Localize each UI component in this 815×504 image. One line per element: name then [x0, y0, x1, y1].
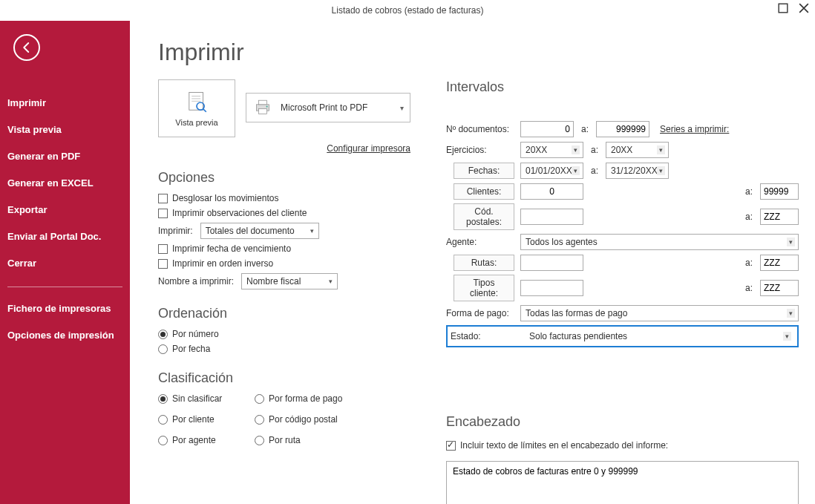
- sidebar-label: Exportar: [7, 204, 47, 215]
- label-c4: Por agente: [172, 435, 216, 445]
- sidebar-separator: [7, 287, 122, 287]
- input-rutas-to[interactable]: [760, 255, 799, 271]
- sidebar-item-imprimir[interactable]: Imprimir: [0, 89, 130, 116]
- sidebar-item-fichero[interactable]: Fichero de impresoras: [0, 295, 130, 321]
- input-codpost-from[interactable]: [520, 209, 583, 225]
- input-tipos-to[interactable]: [760, 280, 799, 296]
- series-link[interactable]: Series a imprimir:: [660, 124, 729, 134]
- dd-value: Todas las formas de pago: [526, 308, 627, 318]
- radio-por-codigo-postal[interactable]: [255, 415, 264, 425]
- sidebar-label: Opciones de impresión: [7, 330, 114, 341]
- label-c1: Por forma de pago: [269, 393, 342, 404]
- sidebar-label: Vista previa: [7, 124, 62, 135]
- section-intervalos: Intervalos: [446, 79, 799, 95]
- svg-line-6: [203, 109, 206, 112]
- sidebar-label: Fichero de impresoras: [7, 303, 111, 314]
- sidebar-item-opciones[interactable]: Opciones de impresión: [0, 321, 130, 348]
- label-a: a:: [744, 258, 754, 268]
- radio-por-numero[interactable]: [158, 330, 168, 339]
- dd-value: Todos los agentes: [526, 237, 598, 247]
- dd-value: 01/01/20XX: [526, 166, 572, 176]
- label-agente: Agente:: [446, 237, 514, 247]
- window-title: Listado de cobros (estado de facturas): [332, 5, 484, 16]
- sidebar-item-portal[interactable]: Enviar al Portal Doc.: [0, 223, 130, 249]
- input-ndoc-to[interactable]: [596, 121, 649, 137]
- button-clientes[interactable]: Clientes:: [454, 183, 514, 200]
- textarea-encabezado[interactable]: [446, 461, 799, 504]
- printer-selector[interactable]: Microsoft Print to PDF ▾: [246, 93, 410, 122]
- select-ejerc-from[interactable]: 20XX▾: [520, 142, 583, 158]
- checkbox-incluir-limites[interactable]: [446, 441, 456, 451]
- input-clientes-from[interactable]: [520, 183, 583, 200]
- button-codpost[interactable]: Cód. postales:: [454, 203, 514, 230]
- input-ndoc-from[interactable]: [520, 121, 574, 137]
- label-forma: Forma de pago:: [446, 308, 514, 318]
- button-rutas[interactable]: Rutas:: [454, 255, 514, 271]
- select-nombre[interactable]: Nombre fiscal▾: [241, 273, 338, 289]
- sidebar-label: Cerrar: [7, 258, 36, 269]
- label-imprimir: Imprimir:: [158, 226, 193, 236]
- select-ejerc-to[interactable]: 20XX▾: [606, 142, 669, 158]
- dd-value: 20XX: [526, 145, 547, 155]
- svg-rect-9: [258, 108, 266, 114]
- radio-por-cliente[interactable]: [158, 415, 168, 425]
- svg-rect-0: [779, 4, 788, 13]
- select-estado[interactable]: Solo facturas pendientes▾: [525, 328, 794, 344]
- label-c2: Por cliente: [172, 414, 215, 425]
- checkbox-inverso[interactable]: [158, 259, 168, 269]
- select-fecha-from[interactable]: 01/01/20XX▾: [520, 163, 583, 179]
- label-ndoc: Nº documentos:: [446, 124, 514, 134]
- select-imprimir[interactable]: Totales del documento▾: [200, 223, 319, 239]
- radio-por-ruta[interactable]: [255, 436, 264, 445]
- radio-por-fecha[interactable]: [158, 344, 168, 354]
- back-button[interactable]: [13, 34, 40, 61]
- radio-sin-clasificar[interactable]: [158, 394, 168, 404]
- button-fechas[interactable]: Fechas:: [454, 163, 514, 179]
- chevron-down-icon: ▾: [572, 166, 580, 175]
- section-encabezado: Encabezado: [446, 414, 799, 430]
- label-inverso: Imprimir en orden inverso: [172, 258, 273, 269]
- label-fechavenc: Imprimir fecha de vencimiento: [172, 243, 291, 254]
- sidebar-item-excel[interactable]: Generar en EXCEL: [0, 169, 130, 196]
- label-a: a:: [589, 145, 600, 155]
- sidebar-item-exportar[interactable]: Exportar: [0, 196, 130, 223]
- sidebar-label: Generar en PDF: [7, 151, 80, 162]
- label-porfecha: Por fecha: [172, 344, 210, 354]
- sidebar-item-cerrar[interactable]: Cerrar: [0, 249, 130, 276]
- radio-por-forma-pago[interactable]: [255, 394, 264, 404]
- main-panel: Imprimir Vista previa: [130, 21, 815, 504]
- label-c5: Por ruta: [269, 435, 301, 445]
- select-value: Totales del documento: [206, 226, 295, 236]
- dd-value: 20XX: [611, 145, 632, 155]
- input-rutas-from[interactable]: [520, 255, 583, 271]
- checkbox-observaciones[interactable]: [158, 209, 168, 218]
- input-tipos-from[interactable]: [520, 280, 583, 296]
- label-pornum: Por número: [172, 329, 219, 339]
- label-desglosar: Desglosar los movimientos: [172, 193, 278, 203]
- button-tipos[interactable]: Tipos cliente:: [454, 275, 514, 301]
- chevron-down-icon: ▾: [310, 227, 314, 235]
- select-fecha-to[interactable]: 31/12/20XX▾: [606, 163, 669, 179]
- sidebar-item-vista-previa[interactable]: Vista previa: [0, 116, 130, 143]
- input-codpost-to[interactable]: [760, 209, 799, 225]
- chevron-down-icon: ▾: [787, 309, 795, 318]
- checkbox-fechavenc[interactable]: [158, 244, 168, 254]
- preview-label: Vista previa: [175, 118, 217, 127]
- close-icon[interactable]: [799, 3, 809, 13]
- section-clasif: Clasificación: [158, 370, 410, 386]
- sidebar-item-pdf[interactable]: Generar en PDF: [0, 143, 130, 169]
- configure-printer-link[interactable]: Configurar impresora: [158, 143, 410, 154]
- chevron-down-icon: ▾: [657, 166, 665, 175]
- sidebar-label: Generar en EXCEL: [7, 177, 94, 189]
- vista-previa-button[interactable]: Vista previa: [158, 79, 235, 137]
- select-agente[interactable]: Todos los agentes▾: [520, 234, 799, 250]
- checkbox-desglosar[interactable]: [158, 194, 168, 203]
- maximize-icon[interactable]: [778, 3, 788, 13]
- printer-icon: [252, 97, 273, 118]
- radio-por-agente[interactable]: [158, 436, 168, 445]
- printer-name: Microsoft Print to PDF: [281, 102, 367, 113]
- input-clientes-to[interactable]: [760, 183, 799, 200]
- select-forma-pago[interactable]: Todas las formas de pago▾: [520, 305, 799, 321]
- label-estado: Estado:: [451, 331, 519, 341]
- label-ejerc: Ejercicios:: [446, 145, 514, 155]
